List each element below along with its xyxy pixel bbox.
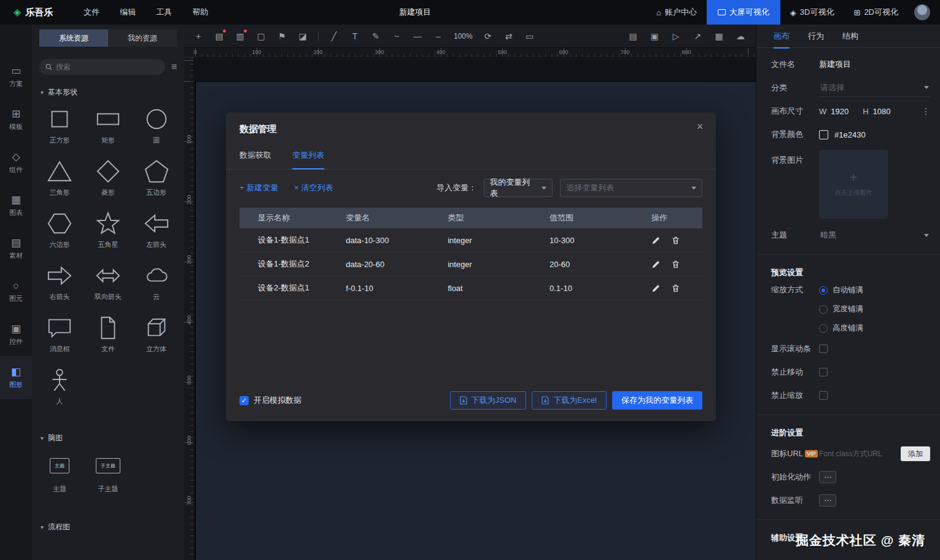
- edit-icon[interactable]: [651, 236, 661, 245]
- radio-width-fill[interactable]: 宽度铺满: [819, 304, 863, 314]
- tab-variable-list[interactable]: 变量列表: [292, 150, 324, 169]
- qr-grid-icon[interactable]: ▦: [713, 32, 724, 41]
- save-variable-list-button[interactable]: 保存为我的变量列表: [612, 391, 702, 410]
- icon-url-input[interactable]: [819, 449, 896, 458]
- clear-list-link[interactable]: × 清空列表: [294, 182, 333, 193]
- fit-view-icon[interactable]: ⇄: [503, 32, 515, 41]
- eraser-icon[interactable]: ◪: [297, 32, 308, 41]
- tab-behavior[interactable]: 行为: [808, 25, 824, 48]
- shape-pentagon[interactable]: 五边形: [132, 158, 181, 197]
- clipboard-icon[interactable]: ▣: [649, 32, 660, 41]
- height-input[interactable]: 1080: [873, 107, 891, 116]
- search-box[interactable]: [39, 59, 165, 75]
- close-icon[interactable]: ×: [694, 120, 706, 134]
- pen-tool-icon[interactable]: ✎: [370, 32, 381, 41]
- download-json-button[interactable]: 下载为JSON: [450, 391, 527, 410]
- menu-tools[interactable]: 工具: [156, 7, 172, 18]
- delete-icon[interactable]: [671, 260, 680, 269]
- tab-canvas[interactable]: 画布: [774, 25, 790, 48]
- shape-person[interactable]: 人: [36, 367, 84, 406]
- data-listen-more-button[interactable]: ⋯: [819, 494, 836, 507]
- shape-arrow-left[interactable]: 左箭头: [132, 211, 181, 249]
- scrollbar-checkbox[interactable]: [819, 344, 828, 353]
- bg-color-value[interactable]: #1e2430: [834, 130, 866, 139]
- delete-icon[interactable]: [671, 284, 680, 293]
- nav-bigscreen[interactable]: 大屏可视化: [707, 0, 780, 25]
- shape-arrow-right[interactable]: 右箭头: [36, 263, 84, 301]
- search-input[interactable]: [56, 63, 159, 71]
- shape-message-box[interactable]: 消息框: [36, 315, 84, 354]
- tab-data-fetch[interactable]: 数据获取: [239, 150, 271, 169]
- rail-item-material[interactable]: ▤素材: [0, 227, 32, 270]
- shape-star[interactable]: 五角星: [84, 211, 133, 249]
- delete-icon[interactable]: [671, 236, 680, 245]
- edit-icon[interactable]: [651, 284, 661, 293]
- shape-triangle[interactable]: 三角形: [36, 158, 84, 197]
- rail-item-element[interactable]: ○图元: [0, 270, 32, 313]
- mind-subtheme[interactable]: 子主题 子主题: [84, 458, 133, 494]
- color-swatch[interactable]: [819, 130, 828, 139]
- rail-item-shape[interactable]: ◧图形: [0, 356, 32, 399]
- nav-2d[interactable]: ⊞ 2D可视化: [844, 0, 908, 25]
- category-select[interactable]: 请选择: [819, 79, 930, 97]
- more-options-icon[interactable]: ⋮: [922, 106, 930, 116]
- init-action-more-button[interactable]: ⋯: [819, 471, 836, 483]
- frame-icon[interactable]: ▭: [524, 32, 535, 41]
- no-zoom-checkbox[interactable]: [819, 391, 828, 400]
- dashed-line-icon[interactable]: –: [433, 32, 444, 41]
- nav-3d[interactable]: ◈ 3D可视化: [780, 0, 844, 25]
- solid-line-icon[interactable]: —: [412, 32, 423, 41]
- add-icon[interactable]: +: [193, 32, 204, 41]
- rail-item-template[interactable]: ⊞模板: [0, 98, 32, 141]
- rail-item-component[interactable]: ◇组件: [0, 141, 32, 184]
- shape-cube[interactable]: 立方体: [132, 315, 181, 354]
- filename-value[interactable]: 新建项目: [819, 59, 851, 70]
- flag-icon[interactable]: ⚑: [276, 32, 287, 41]
- tab-system-resources[interactable]: 系统资源: [39, 29, 108, 47]
- curve-tool-icon[interactable]: ~: [391, 32, 402, 41]
- account-center-link[interactable]: ⌂ 账户中心: [647, 0, 707, 25]
- section-mind-map[interactable]: ▾ 脑图: [41, 433, 176, 443]
- shape-arrow-double[interactable]: 双向箭头: [84, 263, 133, 301]
- save-icon[interactable]: ▤: [214, 32, 225, 41]
- new-variable-link[interactable]: + 新建变量: [239, 182, 278, 193]
- import-source-select[interactable]: 我的变量列表: [484, 179, 553, 197]
- zoom-level[interactable]: 100%: [454, 32, 473, 41]
- radio-auto-fill[interactable]: 自动铺满: [819, 285, 863, 295]
- line-tool-icon[interactable]: ╱: [328, 32, 340, 41]
- shape-rectangle[interactable]: 矩形: [84, 106, 133, 145]
- cloud-icon[interactable]: ☁: [735, 32, 746, 41]
- shape-square[interactable]: 正方形: [36, 106, 84, 145]
- shape-hexagon[interactable]: 六边形: [36, 211, 84, 249]
- package-icon[interactable]: ▢: [255, 32, 266, 41]
- add-button[interactable]: 添加: [901, 446, 930, 461]
- rail-item-chart[interactable]: ▦图表: [0, 184, 32, 227]
- refresh-icon[interactable]: ⟳: [483, 32, 494, 41]
- width-input[interactable]: 1920: [831, 107, 849, 116]
- no-move-checkbox[interactable]: [819, 368, 828, 376]
- shape-file[interactable]: 文件: [84, 315, 133, 354]
- layout-icon[interactable]: ▤: [627, 32, 639, 41]
- menu-file[interactable]: 文件: [84, 7, 99, 18]
- play-icon[interactable]: ▷: [670, 32, 682, 41]
- upload-image-dropzone[interactable]: + 点击上传图片: [819, 150, 888, 219]
- notes-icon[interactable]: ▥: [235, 32, 246, 41]
- shape-diamond[interactable]: 菱形: [84, 158, 133, 197]
- radio-height-fill[interactable]: 高度铺满: [819, 323, 863, 333]
- tab-my-resources[interactable]: 我的资源: [108, 29, 177, 47]
- app-logo[interactable]: ◈ 乐吾乐: [0, 7, 53, 18]
- shape-cloud[interactable]: 云: [132, 263, 181, 301]
- edit-icon[interactable]: [651, 260, 661, 269]
- share-icon[interactable]: ↗: [692, 32, 703, 41]
- text-tool-icon[interactable]: T: [349, 32, 360, 41]
- tab-structure[interactable]: 结构: [842, 25, 858, 48]
- menu-help[interactable]: 帮助: [192, 7, 208, 18]
- shape-circle[interactable]: 圆: [132, 106, 181, 145]
- download-excel-button[interactable]: 下载为Excel: [532, 391, 607, 410]
- mind-theme[interactable]: 主题 主题: [36, 458, 84, 494]
- mock-data-checkbox[interactable]: ✓: [239, 396, 249, 405]
- list-menu-icon[interactable]: ≡: [171, 62, 177, 72]
- avatar[interactable]: [914, 4, 930, 20]
- variable-list-select[interactable]: 选择变量列表: [560, 179, 702, 197]
- theme-select[interactable]: 暗黑: [819, 227, 930, 244]
